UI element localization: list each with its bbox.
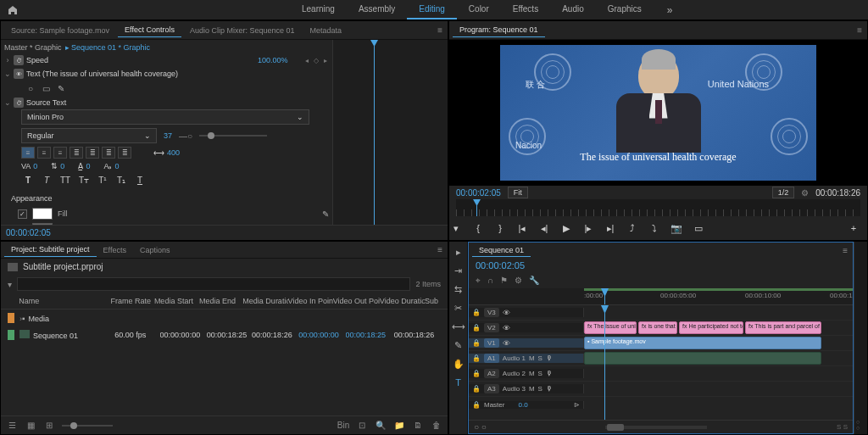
font-size-slider[interactable] <box>199 135 267 137</box>
ellipse-mask-icon[interactable]: ○ <box>25 82 36 94</box>
resolution-select[interactable]: 1/2 <box>772 187 795 198</box>
marker-icon[interactable]: ⚑ <box>500 276 508 286</box>
mark-in-icon[interactable]: { <box>471 221 485 235</box>
timeline-ruler[interactable]: :00:00 00:00:05:00 00:00:10:00 00:00:1 <box>584 288 853 304</box>
program-tc-right[interactable]: 00:00:18:26 <box>815 188 860 198</box>
align-right-icon[interactable]: ≡ <box>53 147 67 159</box>
mute-button[interactable]: M <box>529 354 535 362</box>
baseline-metric[interactable]: Aₐ 0 <box>103 162 119 170</box>
track-header-v1[interactable]: 🔒V1👁 <box>469 338 584 348</box>
tab-effect-controls[interactable]: Effect Controls <box>118 23 181 37</box>
lock-icon[interactable]: 🔒 <box>472 339 481 347</box>
speed-value[interactable]: 100.00% <box>258 56 288 64</box>
fill-checkbox[interactable] <box>18 209 27 219</box>
button-editor-icon[interactable]: + <box>847 221 860 235</box>
align-justify-last-left-icon[interactable]: ≣ <box>86 147 99 159</box>
workspace-overflow-icon[interactable]: » <box>667 4 673 16</box>
graphic-clip[interactable]: fx is one that the <box>638 321 677 334</box>
track-v1-content[interactable]: ▪ Sample footage.mov <box>584 336 853 350</box>
eye-icon[interactable]: 👁 <box>503 339 510 348</box>
new-bin-icon[interactable]: 📁 <box>393 420 405 432</box>
voice-icon[interactable]: 🎙 <box>546 354 553 362</box>
col-sub[interactable]: Sub <box>425 297 441 305</box>
freeform-view-icon[interactable]: ⊞ <box>43 420 55 432</box>
pen-mask-icon[interactable]: ✎ <box>55 82 67 94</box>
expand-icon[interactable]: ⊳ <box>574 401 580 409</box>
wrench-icon[interactable]: 🔧 <box>529 276 539 286</box>
track-header-v3[interactable]: 🔒V3👁 <box>469 308 584 317</box>
lift-icon[interactable]: ⤴ <box>626 221 639 235</box>
align-left-icon[interactable]: ≡ <box>21 147 35 159</box>
go-to-in-icon[interactable]: |◂ <box>515 221 529 235</box>
find-icon[interactable]: 🔍 <box>375 420 387 432</box>
fill-eyedropper-icon[interactable]: ✎ <box>322 209 329 219</box>
track-header-master[interactable]: 🔒Master0.0⊳ <box>469 401 584 409</box>
pen-tool-icon[interactable]: ✎ <box>452 338 465 352</box>
voice-icon[interactable]: 🎙 <box>546 370 553 377</box>
align-justify-all-icon[interactable]: ≣ <box>118 147 131 159</box>
col-media-duration[interactable]: Media Duration <box>242 297 287 305</box>
panel-menu-icon[interactable]: ≡ <box>857 25 862 35</box>
mark-out-icon[interactable]: } <box>493 221 507 235</box>
program-monitor-video[interactable]: United Nations 联 合 Nacion The issue of u… <box>500 45 816 181</box>
lock-icon[interactable]: 🔒 <box>472 370 481 377</box>
audio-meter[interactable]: ○○ <box>854 242 867 434</box>
faux-bold-icon[interactable]: T <box>21 174 35 186</box>
align-justify-last-center-icon[interactable]: ≣ <box>102 147 115 159</box>
efc-timecode[interactable]: 00:00:02:05 <box>6 228 51 237</box>
lock-icon[interactable]: 🔒 <box>472 401 481 409</box>
twirl-sourcetext[interactable]: ⌄ <box>4 98 11 107</box>
kerning-metric[interactable]: A̲ 0 <box>78 162 90 170</box>
project-row-sequence[interactable]: Sequence 01 60.00 fps 00:00:00:00 00:00:… <box>1 326 448 343</box>
graphic-clip[interactable]: fx He participated not too <box>679 321 743 334</box>
auto-bin-icon[interactable]: ⊡ <box>356 420 368 432</box>
align-justify-icon[interactable]: ≣ <box>70 147 83 159</box>
faux-italic-icon[interactable]: T <box>40 174 53 186</box>
graphic-clip[interactable]: fx This is part and parcel of the <box>745 321 821 334</box>
solo-button[interactable]: S <box>538 385 542 393</box>
ripple-tool-icon[interactable]: ⇆ <box>452 282 465 296</box>
ws-learning[interactable]: Learning <box>290 0 347 20</box>
track-header-a1[interactable]: 🔒A1Audio 1MS🎙 <box>469 354 584 363</box>
comparison-icon[interactable]: ▭ <box>692 221 705 235</box>
stopwatch-icon[interactable]: ⏱ <box>14 98 24 108</box>
ws-color[interactable]: Color <box>457 0 501 20</box>
twirl-text[interactable]: ⌄ <box>4 70 11 78</box>
track-header-a3[interactable]: 🔒A3Audio 3MS🎙 <box>469 384 584 393</box>
timeline-zoom-slider[interactable] <box>605 426 707 429</box>
thumbnail-size-slider[interactable] <box>62 425 113 427</box>
play-icon[interactable]: ▶ <box>559 221 573 235</box>
tab-metadata[interactable]: Metadata <box>303 24 349 37</box>
settings-icon[interactable]: ⚙ <box>515 276 522 286</box>
twirl-speed[interactable]: › <box>4 56 11 64</box>
add-marker-icon[interactable]: ▾ <box>449 221 463 235</box>
col-framerate[interactable]: Frame Rate <box>111 297 154 305</box>
ws-audio[interactable]: Audio <box>550 0 596 20</box>
lock-icon[interactable]: 🔒 <box>472 324 481 332</box>
col-video-out[interactable]: Video Out Point <box>333 297 380 305</box>
list-view-icon[interactable]: ☰ <box>6 420 18 432</box>
track-a1-content[interactable] <box>584 351 853 365</box>
leading-metric[interactable]: ⇅ 0 <box>51 162 64 170</box>
align-center-icon[interactable]: ≡ <box>37 147 51 159</box>
rect-mask-icon[interactable]: ▭ <box>40 82 52 94</box>
panel-menu-icon[interactable]: ≡ <box>437 25 442 35</box>
razor-tool-icon[interactable]: ✂ <box>452 301 465 315</box>
video-clip[interactable]: ▪ Sample footage.mov <box>584 337 821 349</box>
selection-tool-icon[interactable]: ▸ <box>452 245 465 259</box>
effect-timeline-ruler[interactable] <box>332 40 448 225</box>
hand-tool-icon[interactable]: ✋ <box>452 357 465 371</box>
ws-editing[interactable]: Editing <box>407 0 457 20</box>
small-caps-icon[interactable]: Tᴛ <box>77 174 91 186</box>
tracking-metric[interactable]: ⟷ 400 <box>153 148 180 157</box>
efc-playhead[interactable] <box>374 40 375 225</box>
tab-program[interactable]: Program: Sequence 01 <box>453 23 545 37</box>
extract-icon[interactable]: ⤵ <box>648 221 661 235</box>
tab-project[interactable]: Project: Subtitle project <box>4 243 97 257</box>
solo-button[interactable]: S <box>538 354 542 362</box>
go-to-out-icon[interactable]: ▸| <box>604 221 617 235</box>
font-family-select[interactable]: Minion Pro⌄ <box>21 109 309 125</box>
graphic-clip[interactable]: fx The issue of universal <box>584 321 637 334</box>
filter-bin-icon[interactable]: ▾ <box>8 280 12 289</box>
panel-menu-icon[interactable]: ≡ <box>437 245 442 254</box>
